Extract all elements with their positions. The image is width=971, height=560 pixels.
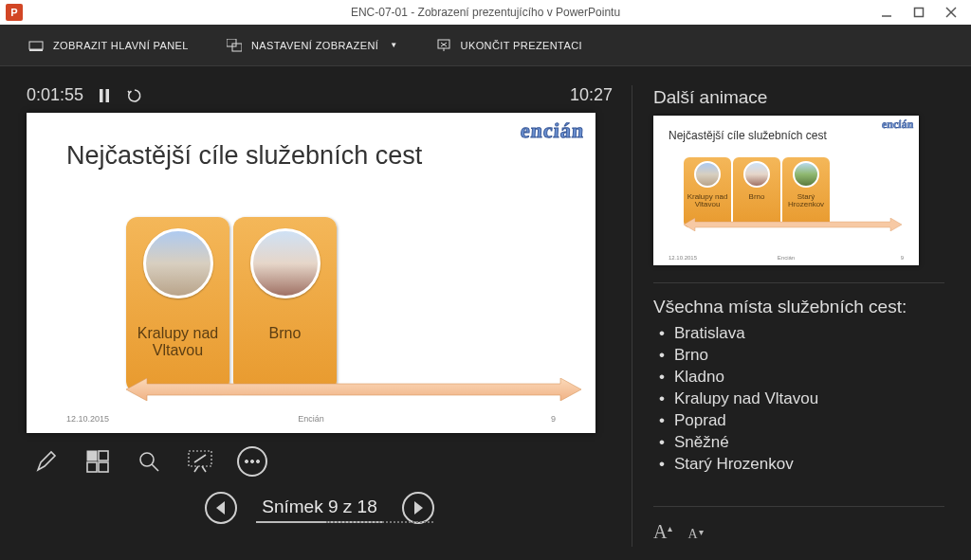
double-arrow-icon bbox=[684, 218, 902, 231]
presenter-tools bbox=[27, 446, 613, 477]
display-settings-button[interactable]: NASTAVENÍ ZOBRAZENÍ ▼ bbox=[227, 39, 398, 52]
svg-rect-1 bbox=[915, 9, 924, 17]
window-title: ENC-07-01 - Zobrazení prezentujícího v P… bbox=[0, 6, 971, 19]
preview-card: Starý Hrozenkov bbox=[782, 157, 830, 227]
preview-card: Brno bbox=[733, 157, 780, 227]
display-settings-icon bbox=[227, 39, 242, 52]
card-kralupy: Kralupy nad Vltavou bbox=[126, 217, 229, 392]
double-arrow-icon bbox=[126, 378, 581, 401]
minimize-button[interactable] bbox=[870, 0, 903, 25]
card-label: Kralupy nad Vltavou bbox=[137, 325, 218, 360]
list-item: Poprad bbox=[653, 410, 944, 432]
list-item: Bratislava bbox=[653, 323, 944, 345]
svg-point-22 bbox=[245, 460, 247, 462]
svg-rect-4 bbox=[29, 42, 43, 49]
slide-nav: Snímek 9 z 18 bbox=[27, 492, 613, 524]
end-show-icon bbox=[436, 39, 451, 52]
maximize-button[interactable] bbox=[903, 0, 935, 25]
current-slide-panel: 0:01:55 10:27 encián Nejčastější cíle sl… bbox=[27, 85, 613, 547]
font-decrease-button[interactable]: A▾ bbox=[687, 522, 703, 541]
svg-rect-18 bbox=[99, 462, 108, 472]
slide-footer-center: Encián bbox=[298, 414, 324, 424]
all-slides-tool[interactable] bbox=[83, 447, 112, 476]
prev-slide-button[interactable] bbox=[205, 492, 237, 524]
card-label: Brno bbox=[749, 193, 765, 201]
list-item: Kralupy nad Vltavou bbox=[653, 388, 944, 410]
list-item: Sněžné bbox=[653, 432, 944, 454]
slide-logo: encián bbox=[520, 118, 585, 143]
svg-line-20 bbox=[152, 464, 158, 471]
restart-button[interactable] bbox=[125, 86, 144, 105]
svg-marker-27 bbox=[684, 218, 902, 231]
card-photo bbox=[694, 161, 721, 188]
zoom-tool[interactable] bbox=[135, 447, 163, 476]
slide-title: Nejčastější cíle služebních cest bbox=[27, 113, 595, 171]
pen-tool[interactable] bbox=[32, 447, 61, 476]
pause-button[interactable] bbox=[95, 86, 114, 105]
slide-counter[interactable]: Snímek 9 z 18 bbox=[256, 493, 382, 523]
chevron-down-icon: ▼ bbox=[390, 41, 397, 49]
list-item: Starý Hrozenkov bbox=[653, 454, 944, 476]
right-panel: Další animace encián Nejčastější cíle sl… bbox=[632, 85, 944, 547]
preview-title: Nejčastější cíle služebních cest bbox=[653, 116, 919, 142]
svg-marker-14 bbox=[126, 378, 581, 401]
card-photo bbox=[743, 161, 770, 188]
svg-rect-6 bbox=[227, 39, 236, 46]
card-label: Kralupy nad Vltavou bbox=[687, 193, 728, 209]
clock-time: 10:27 bbox=[570, 85, 613, 105]
current-slide[interactable]: encián Nejčastější cíle služebních cest … bbox=[27, 113, 595, 433]
window-buttons bbox=[870, 0, 967, 25]
list-item: Kladno bbox=[653, 367, 944, 388]
svg-point-23 bbox=[250, 460, 253, 462]
card-label: Brno bbox=[269, 325, 302, 342]
svg-rect-17 bbox=[87, 462, 97, 472]
font-increase-button[interactable]: A▴ bbox=[653, 522, 672, 541]
end-show-button[interactable]: UKONČIT PREZENTACI bbox=[436, 39, 582, 52]
next-slide-button[interactable] bbox=[402, 492, 434, 524]
close-button[interactable] bbox=[935, 0, 967, 25]
black-screen-tool[interactable] bbox=[186, 447, 214, 476]
card-photo bbox=[143, 228, 213, 298]
notes-list: Bratislava Brno Kladno Kralupy nad Vltav… bbox=[653, 323, 944, 476]
elapsed-time: 0:01:55 bbox=[27, 85, 83, 105]
command-bar: ZOBRAZIT HLAVNÍ PANEL NASTAVENÍ ZOBRAZEN… bbox=[0, 25, 971, 66]
powerpoint-icon: P bbox=[6, 4, 23, 21]
card-photo bbox=[250, 228, 321, 298]
next-animation-heading: Další animace bbox=[653, 87, 944, 108]
slide-footer-date: 12.10.2015 bbox=[66, 414, 109, 424]
svg-rect-12 bbox=[100, 89, 103, 102]
show-taskbar-button[interactable]: ZOBRAZIT HLAVNÍ PANEL bbox=[28, 39, 189, 52]
svg-point-19 bbox=[140, 453, 154, 466]
display-settings-label: NASTAVENÍ ZOBRAZENÍ bbox=[251, 40, 378, 51]
svg-marker-25 bbox=[216, 501, 225, 515]
next-slide-preview[interactable]: encián Nejčastější cíle služebních cest … bbox=[653, 116, 919, 265]
svg-rect-5 bbox=[29, 49, 43, 51]
svg-point-24 bbox=[256, 460, 259, 462]
taskbar-icon bbox=[28, 39, 44, 52]
card-brno: Brno bbox=[233, 217, 337, 392]
list-item: Brno bbox=[653, 345, 944, 367]
svg-rect-13 bbox=[106, 89, 110, 102]
svg-marker-26 bbox=[414, 501, 423, 515]
svg-rect-16 bbox=[99, 451, 108, 461]
end-show-label: UKONČIT PREZENTACI bbox=[461, 40, 582, 51]
timer-row: 0:01:55 10:27 bbox=[27, 85, 613, 105]
preview-cards: Kralupy nad Vltavou Brno Starý Hrozenkov bbox=[684, 157, 830, 227]
svg-rect-15 bbox=[87, 451, 97, 461]
slide-footer-number: 9 bbox=[551, 414, 556, 424]
preview-card: Kralupy nad Vltavou bbox=[684, 157, 731, 227]
preview-logo: encián bbox=[881, 117, 913, 132]
card-label: Starý Hrozenkov bbox=[788, 193, 824, 209]
divider bbox=[653, 282, 944, 283]
more-tools[interactable] bbox=[237, 446, 267, 477]
slide-cards: Kralupy nad Vltavou Brno bbox=[126, 217, 337, 392]
svg-rect-7 bbox=[232, 44, 242, 51]
notes-title: Všechna místa služebních cest: bbox=[653, 297, 944, 317]
preview-footer-center: Encián bbox=[778, 255, 795, 261]
presenter-main: 0:01:55 10:27 encián Nejčastější cíle sl… bbox=[0, 66, 971, 560]
title-bar: P ENC-07-01 - Zobrazení prezentujícího v… bbox=[0, 0, 971, 25]
preview-footer-date: 12.10.2015 bbox=[669, 255, 697, 261]
preview-footer-number: 9 bbox=[901, 255, 904, 261]
card-photo bbox=[793, 161, 819, 188]
font-size-controls: A▴ A▾ bbox=[653, 506, 944, 547]
